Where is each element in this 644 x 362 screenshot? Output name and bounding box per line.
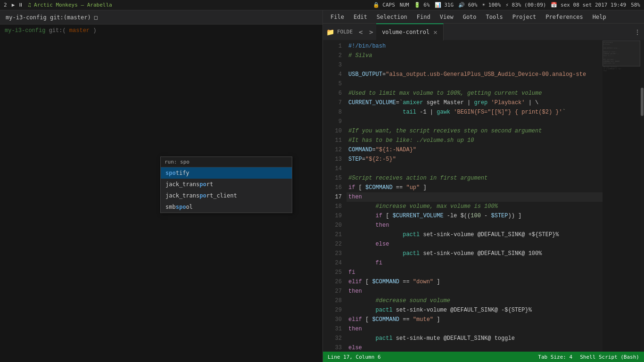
autocomplete-item-spotify[interactable]: spotify bbox=[161, 167, 292, 179]
menu-project[interactable]: Project bbox=[509, 12, 540, 22]
autocomplete-item-rest2: rt bbox=[206, 181, 213, 188]
code-line-2: # Silva bbox=[347, 51, 603, 60]
num-lock-indicator: NUM bbox=[400, 2, 409, 8]
menu-preferences[interactable]: Preferences bbox=[542, 12, 586, 22]
menu-find[interactable]: Find bbox=[413, 12, 434, 22]
code-line-7: CURRENT_VOLUME=`amixer sget Master | gre… bbox=[347, 98, 603, 107]
status-tab-size: Tab Size: 4 bbox=[538, 354, 572, 360]
menu-goto[interactable]: Goto bbox=[459, 12, 480, 22]
code-line-27: then bbox=[347, 287, 603, 296]
autocomplete-item-prefix3: jack_trans bbox=[165, 192, 199, 199]
workspace-indicator: 2 bbox=[4, 2, 7, 8]
autocomplete-item-rest4: ol bbox=[186, 204, 192, 210]
autocomplete-item-smbspool[interactable]: smbspool bbox=[161, 201, 292, 213]
code-line-32: pactl set-sink-mute @DEFAULT_SINK@ toggl… bbox=[347, 334, 603, 343]
code-line-5 bbox=[347, 79, 603, 89]
autocomplete-dropdown[interactable]: run: spo spotify jack_transport jack_tra… bbox=[160, 156, 292, 213]
status-bar: Line 17, Column 6 Tab Size: 4 Shell Scri… bbox=[323, 352, 644, 362]
volume-indicator: 🔊 60% bbox=[458, 2, 478, 8]
terminal-title: my-i3-config git:(master) □ bbox=[6, 14, 98, 21]
menu-help[interactable]: Help bbox=[589, 12, 610, 22]
menu-edit[interactable]: Edit bbox=[350, 12, 371, 22]
code-line-15: #Script receives action in first argumen… bbox=[347, 173, 603, 183]
folder-label: FOLDE bbox=[337, 29, 355, 35]
player-controls[interactable]: ▶ ⏸ bbox=[12, 2, 23, 8]
tab-close-button[interactable]: ✕ bbox=[433, 28, 437, 36]
autocomplete-item-prefix: spo bbox=[165, 170, 176, 176]
tab-volume-control[interactable]: volume-control ✕ bbox=[376, 24, 444, 41]
minimap: #!/bin/bash # Silva USB_OUTPUT="alsa... … bbox=[603, 41, 640, 352]
volume-bar-indicator: 58% bbox=[631, 2, 640, 8]
code-line-18: #increase volume, max volume is 100% bbox=[347, 202, 603, 211]
system-bar-left: 2 ▶ ⏸ ♫ Arctic Monkeys – Arabella bbox=[4, 2, 112, 8]
main-layout: my-i3-config git:(master) □ my-i3-config… bbox=[0, 10, 644, 362]
autocomplete-item-highlight3: po bbox=[199, 192, 206, 199]
status-bar-left: Line 17, Column 6 bbox=[328, 354, 381, 360]
folder-icon: 📁 bbox=[323, 24, 337, 41]
code-editor[interactable]: #!/bin/bash # Silva USB_OUTPUT="alsa_out… bbox=[347, 41, 603, 352]
code-line-30: elif [ $COMMAND == "mute" ] bbox=[347, 315, 603, 324]
battery-indicator: 🔋 6% bbox=[414, 2, 430, 8]
autocomplete-item-highlight4: spo bbox=[176, 204, 186, 210]
code-line-25: fi bbox=[347, 268, 603, 277]
tab-bar: 📁 FOLDE < > volume-control ✕ ⋮ bbox=[323, 24, 644, 41]
system-bar-right: 🔒 CAPS NUM 🔋 6% 📊 31G 🔊 60% ☀ 100% ⚡ 83%… bbox=[373, 2, 640, 8]
code-line-29: pactl set-sink-volume @DEFAULT_SINK@ -${… bbox=[347, 305, 603, 315]
terminal-panel: my-i3-config git:(master) □ my-i3-config… bbox=[0, 10, 323, 362]
status-bar-right: Tab Size: 4 Shell Script (Bash) bbox=[538, 354, 639, 360]
datetime-indicator: 📅 sex 08 set 2017 19:49 bbox=[551, 2, 626, 8]
code-line-23: pactl set-sink-volume @DEFAULT_SINK@ 100… bbox=[347, 249, 603, 258]
menu-selection[interactable]: Selection bbox=[373, 12, 411, 22]
cpu-indicator: ⚡ 83% (00:09) bbox=[505, 2, 546, 8]
code-line-26: elif [ $COMMAND == "down" ] bbox=[347, 277, 603, 287]
autocomplete-item-rest: tify bbox=[176, 170, 190, 176]
code-line-13: STEP="${2:-5}" bbox=[347, 155, 603, 164]
system-bar: 2 ▶ ⏸ ♫ Arctic Monkeys – Arabella 🔒 CAPS… bbox=[0, 0, 644, 10]
code-line-24: fi bbox=[347, 258, 603, 268]
menu-bar: File Edit Selection Find View Goto Tools… bbox=[323, 10, 644, 24]
tab-nav-next[interactable]: > bbox=[366, 24, 376, 41]
vertical-scrollbar[interactable] bbox=[640, 41, 644, 352]
memory-indicator: 📊 31G bbox=[435, 2, 454, 8]
editor-area[interactable]: 12345 678910 1112131415 1617181920 21222… bbox=[323, 41, 644, 352]
code-line-12: COMMAND="${1:-NADA}" bbox=[347, 145, 603, 155]
autocomplete-item-jack-transport-client[interactable]: jack_transport_client bbox=[161, 190, 292, 201]
code-line-6: #Used to limit max volume to 100%, getti… bbox=[347, 89, 603, 98]
code-line-9 bbox=[347, 117, 603, 126]
code-line-20: then bbox=[347, 221, 603, 230]
code-line-11: #It has to be like: ./volume.sh up 10 bbox=[347, 136, 603, 145]
autocomplete-item-highlight2: po bbox=[199, 181, 206, 188]
autocomplete-item-prefix2: jack_trans bbox=[165, 181, 199, 188]
brightness-indicator: ☀ 100% bbox=[482, 2, 501, 8]
menu-file[interactable]: File bbox=[327, 12, 348, 22]
autocomplete-item-jack-transport[interactable]: jack_transport bbox=[161, 179, 292, 190]
scrollbar-thumb[interactable] bbox=[641, 88, 644, 116]
code-line-21: pactl set-sink-volume @DEFAULT_SINK@ +${… bbox=[347, 230, 603, 239]
code-line-8: tail -1 | gawk 'BEGIN{FS="[[%]"} { print… bbox=[347, 107, 603, 117]
tab-label: volume-control bbox=[382, 29, 429, 35]
code-line-10: #If you want, the script receives step o… bbox=[347, 126, 603, 136]
status-position: Line 17, Column 6 bbox=[328, 354, 381, 360]
minimap-viewport-indicator bbox=[603, 41, 640, 66]
now-playing: ♫ Arctic Monkeys – Arabella bbox=[28, 2, 112, 8]
autocomplete-item-prefix4: smb bbox=[165, 204, 176, 210]
code-line-16: if [ $COMMAND == "up" ] bbox=[347, 183, 603, 192]
tab-more-button[interactable]: ⋮ bbox=[631, 24, 644, 41]
status-language: Shell Script (Bash) bbox=[580, 354, 639, 360]
code-line-31: then bbox=[347, 324, 603, 334]
tab-nav-prev[interactable]: < bbox=[355, 24, 366, 41]
code-line-22: else bbox=[347, 239, 603, 249]
autocomplete-item-rest3: rt_client bbox=[206, 192, 237, 199]
editor-panel: File Edit Selection Find View Goto Tools… bbox=[323, 10, 644, 362]
menu-tools[interactable]: Tools bbox=[482, 12, 507, 22]
code-line-4: USB_OUTPUT="alsa_output.usb-GeneralPlus_… bbox=[347, 70, 603, 79]
menu-view[interactable]: View bbox=[436, 12, 457, 22]
code-line-3 bbox=[347, 60, 603, 70]
code-line-28: #decrease sound volume bbox=[347, 296, 603, 305]
code-line-1: #!/bin/bash bbox=[347, 41, 603, 51]
code-line-33: else bbox=[347, 343, 603, 352]
autocomplete-header: run: spo bbox=[161, 157, 292, 167]
line-numbers: 12345 678910 1112131415 1617181920 21222… bbox=[323, 41, 347, 352]
terminal-tab: my-i3-config git:(master) □ bbox=[0, 10, 322, 25]
code-line-17: then bbox=[347, 192, 603, 202]
